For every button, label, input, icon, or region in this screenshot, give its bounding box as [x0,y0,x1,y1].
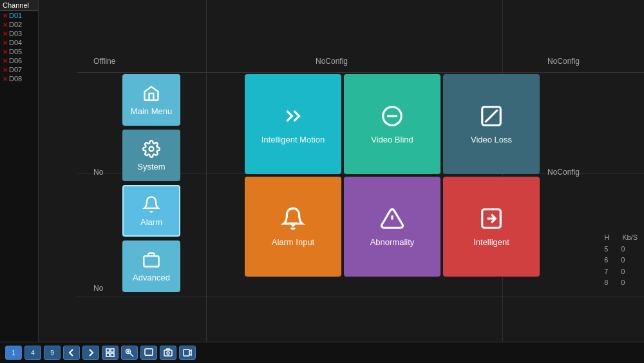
channel-d07[interactable]: ✕ D07 [0,65,38,74]
svg-rect-21 [164,350,172,356]
channel-d04[interactable]: ✕ D04 [0,38,38,47]
stats-panel: H Kb/S 5 0 6 0 7 0 8 0 [604,232,638,289]
channel-d05[interactable]: ✕ D05 [0,47,38,56]
svg-line-16 [130,353,133,357]
main-menu-button[interactable]: Main Menu [122,74,180,126]
channel-d02-label: D02 [9,21,22,28]
stats-row-7-val: 0 [621,266,625,278]
tile-video-loss[interactable]: Video Loss [443,74,540,174]
record-icon [183,348,192,357]
channel-d05-label: D05 [9,48,22,55]
svg-line-5 [486,110,498,123]
svg-point-0 [149,146,154,151]
toolbar-btn-1-label: 1 [12,349,15,357]
toolbar-btn-9[interactable]: 9 [44,346,61,360]
advanced-button[interactable]: Advanced [122,240,180,292]
channel-d08[interactable]: ✕ D08 [0,74,38,83]
toolbar-btn-1[interactable]: 1 [5,346,22,360]
arrow-right-icon [86,348,95,357]
toolbar-btn-zoom[interactable] [121,346,138,360]
tile-alarm-input[interactable]: Alarm Input [245,177,341,277]
x-icon: ✕ [3,21,8,28]
stats-kbs-header: Kb/S [622,232,638,244]
stats-row-5-val: 0 [621,244,625,255]
grid-icon [106,348,115,357]
camera-icon [164,348,173,357]
svg-rect-13 [106,353,109,357]
x-icon: ✕ [3,66,8,74]
x-icon: ✕ [3,75,8,83]
stats-row-6-val: 0 [621,255,625,266]
toolbar-btn-grid[interactable] [102,346,118,360]
svg-point-22 [167,352,169,355]
x-icon: ✕ [3,48,8,55]
gear-icon [142,140,160,158]
warning-icon [380,206,404,231]
intelligent-label: Intelligent [473,237,509,247]
svg-rect-19 [145,349,153,355]
slash-box-icon [479,104,504,128]
video-loss-label: Video Loss [471,135,512,144]
advanced-label: Advanced [133,273,170,282]
toolbar-btn-playback[interactable] [140,346,157,360]
system-label: System [137,162,165,172]
left-panel: Main Menu System Alarm Advanced [122,74,187,292]
main-menu-label: Main Menu [131,106,172,116]
offline-label: Offline [93,57,115,66]
noconfig-label-4: No [93,168,103,177]
bag-icon [142,251,160,269]
abnormality-label: Abnormality [370,237,415,247]
stats-row-5-id: 5 [604,244,608,255]
toolbar: 1 4 9 [0,342,644,363]
tile-intelligent-motion[interactable]: Intelligent Motion [245,74,341,174]
toolbar-btn-4[interactable]: 4 [24,346,41,360]
sidebar: Channel ✕ D01 ✕ D02 ✕ D03 ✕ D04 ✕ D05 ✕ … [0,0,39,342]
toolbar-btn-4-label: 4 [31,349,35,357]
tile-video-blind[interactable]: Video Blind [344,74,440,174]
home-icon [142,84,160,103]
bell-down-icon [281,206,305,231]
channel-d06[interactable]: ✕ D06 [0,56,38,65]
alarm-input-label: Alarm Input [272,237,314,247]
channel-d01-label: D01 [9,12,22,19]
noconfig-label-3: NoConfig [547,168,580,177]
video-blind-label: Video Blind [371,135,413,144]
toolbar-btn-next[interactable] [82,346,99,360]
stats-h-header: H [604,232,609,244]
svg-rect-11 [106,349,109,352]
toolbar-btn-record[interactable] [179,346,196,360]
stats-row-8-id: 8 [604,277,608,289]
channel-d03[interactable]: ✕ D03 [0,29,38,38]
svg-rect-1 [144,256,158,266]
channel-d06-label: D06 [9,57,22,64]
channel-d04-label: D04 [9,39,22,46]
channel-d08-label: D08 [9,75,22,83]
double-arrow-icon [281,104,305,128]
main-area: Offline NoConfig NoConfig NoConfig No No… [39,0,644,342]
vline-1 [206,0,207,342]
toolbar-btn-9-label: 9 [50,349,54,357]
arrow-left-icon [67,348,76,357]
channel-d03-label: D03 [9,30,22,37]
channel-d02[interactable]: ✕ D02 [0,20,38,29]
arrow-right-box-icon [479,206,504,231]
sidebar-header: Channel [0,0,38,11]
tile-abnormality[interactable]: Abnormality [344,177,440,277]
channel-d01[interactable]: ✕ D01 [0,11,38,20]
svg-rect-14 [111,353,114,357]
bell-icon [142,195,160,213]
stats-row-6-id: 6 [604,255,608,266]
noconfig-label-1: NoConfig [316,57,348,66]
alarm-label: Alarm [140,217,162,227]
minus-circle-icon [380,104,404,128]
svg-rect-12 [111,349,114,352]
alarm-button[interactable]: Alarm [122,185,180,237]
toolbar-btn-prev[interactable] [63,346,80,360]
playback-icon [144,348,153,357]
toolbar-btn-camera[interactable] [160,346,176,360]
tile-intelligent[interactable]: Intelligent [443,177,540,277]
x-icon: ✕ [3,39,8,46]
system-button[interactable]: System [122,130,180,181]
channel-d07-label: D07 [9,66,22,74]
grid-panel: Intelligent Motion Video Blind Video Los… [245,74,540,277]
